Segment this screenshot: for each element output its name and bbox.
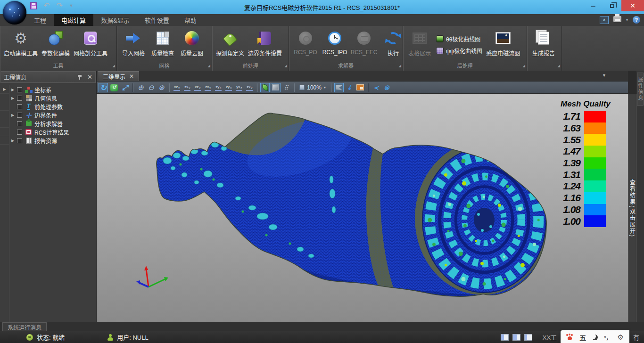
tree-item-RCS计算结果[interactable]: RCS计算结果: [0, 128, 96, 136]
ribbon-button-导入网格[interactable]: 导入网格: [119, 27, 148, 62]
app-logo[interactable]: [3, 1, 26, 24]
system-messages-tab[interactable]: 系统运行消息: [2, 322, 47, 332]
results-collapsed-panel[interactable]: 查看结果(双击展开): [628, 94, 636, 322]
zoom-fit-tool[interactable]: [157, 83, 166, 92]
menu-tab-软件设置[interactable]: 软件设置: [137, 14, 177, 26]
wireframe-mode-button[interactable]: [271, 83, 281, 92]
ribbon-button-RCS_IPO[interactable]: RCS_IPO: [320, 27, 349, 62]
3d-canvas[interactable]: Mesh Quality 1.711.631.551.471.391.311.2…: [97, 94, 628, 322]
checkbox[interactable]: [17, 130, 22, 135]
menu-tab-电磁计算[interactable]: 电磁计算: [54, 14, 93, 26]
legend-color-box: [584, 192, 606, 204]
layout-right-button[interactable]: [524, 334, 532, 341]
pan-tool[interactable]: [120, 83, 130, 92]
view-button-2[interactable]: xzy: [193, 83, 202, 92]
tree-item-前处理参数[interactable]: T前处理参数: [0, 102, 96, 111]
drop-tool[interactable]: [345, 83, 354, 92]
group-launcher-icon[interactable]: ◢: [208, 62, 210, 69]
zoom-out-tool[interactable]: [146, 83, 156, 92]
zoom-in-tool[interactable]: [136, 83, 145, 92]
view-button-1[interactable]: zxy: [182, 83, 192, 92]
checkbox[interactable]: [17, 87, 22, 92]
ribbon-button-感应电磁流图[interactable]: 感应电磁流图: [484, 27, 522, 62]
view-button-4[interactable]: zyx: [214, 83, 223, 92]
ribbon-button-label: 边界条件设置: [248, 49, 282, 57]
view-button-0[interactable]: xzy: [172, 83, 182, 92]
ribbon-button-label: 探测角定义: [216, 49, 244, 57]
ribbon-button-质量云图[interactable]: 质量云图: [177, 27, 206, 62]
tab-overflow-icon[interactable]: ▼: [602, 73, 606, 78]
group-launcher-icon[interactable]: ◢: [285, 62, 287, 69]
properties-collapsed-tab[interactable]: 属性信息: [637, 73, 644, 106]
view-button-5[interactable]: zyx: [224, 83, 233, 92]
ribbon-button-RCS_PO: RCS_PO: [291, 27, 320, 62]
points-mode-button[interactable]: [281, 83, 291, 92]
capture-tool[interactable]: [355, 83, 365, 92]
pin-icon[interactable]: [77, 74, 83, 80]
ribbon-button-生成报告[interactable]: 生成报告: [529, 27, 558, 62]
layout-split-button[interactable]: [512, 334, 520, 341]
help-button[interactable]: ?: [633, 16, 640, 24]
restore-button[interactable]: [603, 0, 621, 11]
expand-icon[interactable]: ▶: [11, 139, 17, 143]
spin-tool[interactable]: [109, 83, 119, 92]
view-button-7[interactable]: zxy: [245, 83, 254, 92]
collapse-ribbon-button[interactable]: ∧: [600, 16, 609, 24]
root-expand-icon[interactable]: ▶: [3, 87, 6, 91]
ribbon-button-ψψ极化曲线图[interactable]: ψψ极化曲线图: [436, 47, 482, 55]
checkbox[interactable]: [17, 121, 22, 126]
ribbon-button-label: 感应电磁流图: [486, 49, 520, 57]
cap-icon: [356, 84, 364, 90]
ribbon-button-启动建模工具[interactable]: ⚙启动建模工具: [2, 27, 40, 62]
checkbox[interactable]: [17, 96, 22, 101]
zoom-level-value: 100%: [307, 84, 322, 91]
zoom-level-control[interactable]: 100%▾: [297, 83, 328, 92]
toolbar-separator: [257, 83, 257, 92]
group-launcher-icon[interactable]: ◢: [523, 62, 525, 69]
rotate-tool[interactable]: [99, 83, 108, 92]
checkbox[interactable]: [17, 113, 22, 118]
tree-item-分析求解器[interactable]: 分析求解器: [0, 119, 96, 128]
select-tool[interactable]: [334, 83, 344, 92]
ime-moon-icon[interactable]: [592, 335, 598, 340]
expand-icon[interactable]: ▶: [11, 113, 17, 117]
shaded-mode-button[interactable]: [260, 83, 270, 92]
clear-tool[interactable]: [382, 83, 391, 92]
tree-item-边界条件[interactable]: ▶✛边界条件: [0, 111, 96, 119]
expand-icon[interactable]: ▶: [11, 96, 17, 100]
view-button-6[interactable]: yxz: [234, 83, 244, 92]
menu-tab-工程[interactable]: 工程: [26, 14, 54, 26]
share-tool[interactable]: [372, 83, 381, 92]
view-button-3[interactable]: zxy: [203, 83, 213, 92]
print-button[interactable]: [613, 16, 621, 24]
ime-settings-icon[interactable]: ⚙: [618, 333, 624, 342]
print-dropdown-icon[interactable]: ▾: [626, 18, 628, 22]
minimize-button[interactable]: ─: [584, 0, 603, 11]
menu-tab-数据&显示[interactable]: 数据&显示: [93, 14, 137, 26]
ribbon-button-探测角定义[interactable]: 探测角定义: [214, 27, 246, 62]
panel-close-icon[interactable]: ✕: [87, 74, 92, 80]
ribbon-button-边界条件设置[interactable]: 边界条件设置: [246, 27, 284, 62]
tab-3d-display[interactable]: 三维显示 ✕: [98, 71, 139, 81]
ime-wubi-button[interactable]: 五: [579, 333, 586, 342]
ime-baidu-icon[interactable]: [566, 334, 573, 341]
checkbox[interactable]: [17, 104, 22, 109]
ribbon-button-质量检查[interactable]: 质量检查: [148, 27, 177, 62]
group-launcher-icon[interactable]: ◢: [399, 62, 401, 69]
group-launcher-icon[interactable]: ◢: [113, 62, 115, 69]
tree-item-几何信息[interactable]: ▶几何信息: [0, 94, 96, 102]
ribbon-button-网格剖分工具[interactable]: 网格剖分工具: [72, 27, 109, 62]
tree-item-报告资源[interactable]: ▶报告资源: [0, 136, 96, 145]
close-button[interactable]: ✕: [621, 0, 644, 11]
group-launcher-icon[interactable]: ◢: [558, 62, 560, 69]
ribbon-button-参数化建模[interactable]: 参数化建模: [40, 27, 72, 62]
tab-close-icon[interactable]: ✕: [129, 74, 134, 79]
expand-icon[interactable]: ▶: [11, 88, 17, 92]
ime-punctuation-button[interactable]: °，: [604, 334, 611, 341]
layout-left-button[interactable]: [501, 334, 509, 341]
meshtool-icon: [84, 29, 97, 48]
tree-item-坐标系[interactable]: ▶坐标系: [0, 85, 96, 94]
checkbox[interactable]: [17, 138, 22, 143]
menu-tab-帮助[interactable]: 帮助: [177, 14, 204, 26]
ribbon-button-θθ极化曲线图[interactable]: θθ极化曲线图: [436, 35, 482, 43]
